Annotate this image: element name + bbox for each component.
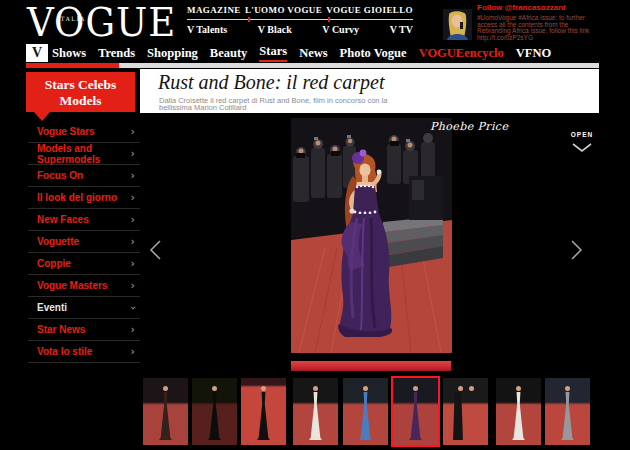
nav-v-tv[interactable]: V TV	[390, 24, 413, 35]
sidebar-item-coppie[interactable]: Coppie ›	[28, 253, 140, 275]
nav-v-talents[interactable]: V Talents	[187, 24, 227, 35]
twitter-follow-link[interactable]: Follow @francasozzani	[477, 3, 627, 12]
thumbnail-1[interactable]	[143, 378, 188, 445]
open-button[interactable]: OPEN	[563, 131, 601, 156]
top-nav: MAGAZINE L'UOMO VOGUE VOGUE GIOIELLO V T…	[187, 5, 413, 35]
nav-item-vfno[interactable]: VFNO	[516, 46, 551, 61]
thumbnail-7[interactable]	[443, 378, 488, 445]
chevron-right-icon	[570, 240, 583, 260]
sidebar-item-eventi[interactable]: Eventi ›	[28, 297, 140, 319]
section-line2: Models	[26, 93, 135, 109]
chevron-right-icon: ›	[131, 171, 135, 181]
nav-underline-red	[26, 63, 119, 68]
sidebar-item-vota-lo-stile[interactable]: Vota lo stile ›	[28, 341, 140, 363]
nav-v-curvy[interactable]: V Curvy	[322, 24, 359, 35]
sidebar-item-focus-on[interactable]: Focus On ›	[28, 165, 140, 187]
thumbnail-6-selected[interactable]	[391, 376, 440, 447]
nav-item-trends[interactable]: Trends	[98, 46, 135, 61]
vogue-logo[interactable]: VOGUE ITALIA	[27, 0, 176, 46]
sidebar: Vogue Stars › Models and Supermodels › F…	[28, 121, 140, 363]
sidebar-item-il-look-del-giorno[interactable]: Il look del giorno ›	[28, 187, 140, 209]
nav-item-vogueencyclo[interactable]: VOGUEencyclo	[419, 46, 504, 61]
section-box: Stars Celebs Models	[26, 72, 135, 112]
vogue-logo-italia-text: ITALIA	[57, 16, 86, 22]
sidebar-item-label: Focus On	[37, 170, 83, 181]
chevron-right-icon: ›	[131, 281, 135, 291]
page-title: Rust and Bone: il red carpet	[158, 71, 384, 94]
thumbnail-4[interactable]	[293, 378, 338, 445]
sidebar-item-label: Il look del giorno	[37, 192, 117, 203]
page-subtitle: Dalla Croisette il red carpet di Rust an…	[159, 97, 419, 111]
divider-tick	[248, 17, 250, 22]
nav-vogue-gioiello[interactable]: VOGUE GIOIELLO	[326, 5, 413, 15]
twitter-avatar[interactable]	[443, 9, 472, 40]
main-nav: Shows Trends Shopping Beauty Stars News …	[52, 44, 551, 62]
open-label: OPEN	[563, 131, 601, 138]
vogue-logo-text: VOGUE	[27, 0, 176, 46]
nav-magazine[interactable]: MAGAZINE	[187, 5, 241, 15]
top-nav-divider	[187, 19, 413, 20]
chevron-right-icon: ›	[131, 193, 135, 203]
twitter-widget: Follow @francasozzani #UomoVogue #Africa…	[477, 3, 627, 41]
sidebar-item-label: Star News	[37, 324, 85, 335]
sidebar-item-label: Vota lo stile	[37, 346, 92, 357]
chevron-right-icon: ›	[131, 215, 135, 225]
section-box-notch	[34, 112, 50, 121]
nav-item-shows[interactable]: Shows	[52, 46, 86, 61]
chevron-left-icon	[149, 240, 162, 260]
nav-item-shopping[interactable]: Shopping	[147, 46, 198, 61]
thumbnail-3[interactable]	[241, 378, 286, 445]
chevron-down-icon: ›	[128, 305, 138, 309]
sidebar-item-label: Vogue Stars	[37, 126, 95, 137]
sidebar-item-label: Eventi	[37, 302, 67, 313]
chevron-right-icon: ›	[131, 347, 135, 357]
nav-v-black[interactable]: V Black	[258, 24, 292, 35]
nav-item-beauty[interactable]: Beauty	[210, 46, 248, 61]
thumbnail-2[interactable]	[192, 378, 237, 445]
sidebar-item-star-news[interactable]: Star News ›	[28, 319, 140, 341]
chevron-right-icon: ›	[131, 149, 135, 159]
section-line1: Stars Celebs	[26, 77, 135, 93]
chevron-right-icon: ›	[131, 325, 135, 335]
next-arrow[interactable]	[570, 240, 583, 264]
divider-tick	[328, 17, 330, 22]
chevron-right-icon: ›	[131, 127, 135, 137]
page: VOGUE ITALIA MAGAZINE L'UOMO VOGUE VOGUE…	[0, 0, 630, 450]
thumbnail-9[interactable]	[545, 378, 590, 445]
chevron-down-icon	[571, 143, 593, 152]
thumbnail-5[interactable]	[343, 378, 388, 445]
sidebar-item-voguette[interactable]: Voguette ›	[28, 231, 140, 253]
chevron-right-icon: ›	[131, 259, 135, 269]
nav-item-photo-vogue[interactable]: Photo Vogue	[340, 46, 407, 61]
nav-v-badge[interactable]: V	[26, 44, 48, 62]
article-header: Rust and Bone: il red carpet Dalla Crois…	[140, 69, 599, 113]
sidebar-item-new-faces[interactable]: New Faces ›	[28, 209, 140, 231]
tweet-link[interactable]: http://t.co/0zP2sYG	[477, 35, 627, 42]
sidebar-item-label: New Faces	[37, 214, 89, 225]
thumbnail-8[interactable]	[496, 378, 541, 445]
sidebar-item-label: Vogue Masters	[37, 280, 107, 291]
sidebar-item-label: Coppie	[37, 258, 71, 269]
prev-arrow[interactable]	[149, 240, 162, 264]
thumbnail-scroll-indicator[interactable]	[291, 361, 451, 371]
sidebar-item-vogue-stars[interactable]: Vogue Stars ›	[28, 121, 140, 143]
sidebar-item-label: Voguette	[37, 236, 79, 247]
nav-underline-gray	[119, 63, 599, 68]
nav-item-stars[interactable]: Stars	[259, 44, 287, 62]
chevron-right-icon: ›	[131, 237, 135, 247]
sidebar-item-label: Models and Supermodels	[37, 143, 140, 165]
main-photo[interactable]	[291, 118, 452, 353]
photo-caption: Phoebe Price	[430, 120, 508, 133]
nav-item-news[interactable]: News	[299, 46, 327, 61]
sidebar-item-vogue-masters[interactable]: Vogue Masters ›	[28, 275, 140, 297]
nav-luomo-vogue[interactable]: L'UOMO VOGUE	[245, 5, 322, 15]
sidebar-item-models-and-supermodels[interactable]: Models and Supermodels ›	[28, 143, 140, 165]
